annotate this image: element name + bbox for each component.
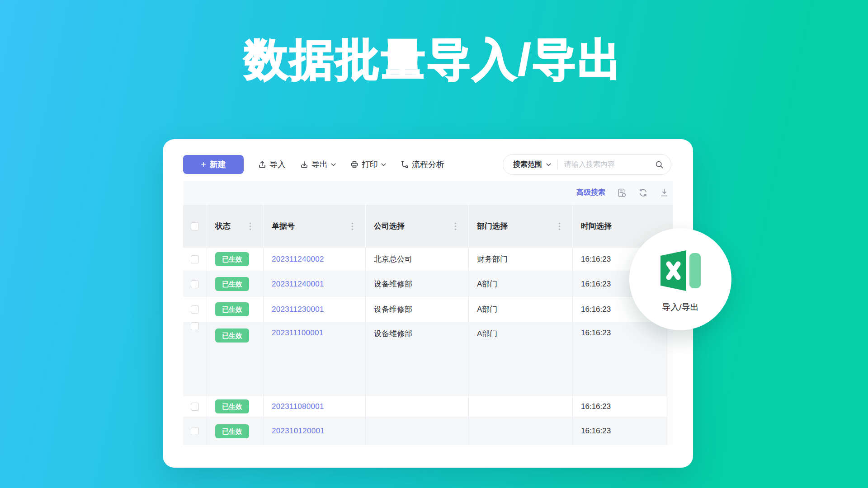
excel-badge-label: 导入/导出: [662, 301, 698, 313]
form-view-icon[interactable]: [617, 188, 627, 197]
row-checkbox[interactable]: [191, 427, 199, 435]
company-cell: [365, 396, 468, 417]
excel-icon: [658, 249, 703, 292]
search-scope-label: 搜索范围: [513, 160, 542, 169]
column-menu-icon[interactable]: [351, 222, 354, 230]
table-row: 已生效202311240002北京总公司财务部门16:16:23: [183, 248, 673, 271]
flow-path-icon: [401, 160, 409, 169]
import-button[interactable]: 导入: [258, 159, 286, 170]
printer-icon: [350, 160, 359, 169]
column-header-2: 公司选择: [365, 205, 468, 248]
department-cell: [468, 396, 572, 417]
status-badge: 已生效: [215, 424, 249, 438]
table-body: 已生效202311240002北京总公司财务部门16:16:23已生效20231…: [183, 248, 673, 445]
print-label: 打印: [362, 159, 378, 170]
row-select-cell: [183, 417, 207, 445]
new-button[interactable]: + 新建: [183, 155, 244, 174]
row-checkbox[interactable]: [191, 305, 199, 314]
column-label: 状态: [215, 221, 231, 231]
status-cell: 已生效: [207, 248, 263, 271]
department-cell: A部门: [468, 322, 572, 396]
column-menu-icon[interactable]: [249, 222, 251, 230]
advanced-search-link[interactable]: 高级搜索: [576, 188, 605, 197]
company-cell: 设备维修部: [365, 322, 468, 396]
department-cell: 财务部门: [468, 248, 572, 271]
status-badge: 已生效: [215, 399, 249, 413]
column-label: 时间选择: [581, 221, 612, 231]
flow-analysis-button[interactable]: 流程分析: [401, 159, 444, 170]
department-cell: A部门: [468, 271, 572, 297]
upload-icon: [258, 160, 266, 169]
row-checkbox[interactable]: [191, 403, 199, 411]
row-select-cell: [183, 322, 207, 396]
export-label: 导出: [311, 159, 328, 170]
doc-number-link[interactable]: 202311100001: [272, 328, 324, 338]
column-header-0: 状态: [207, 205, 263, 248]
print-button[interactable]: 打印: [350, 159, 386, 170]
status-badge: 已生效: [215, 277, 249, 291]
status-cell: 已生效: [207, 417, 263, 445]
doc-number-cell: 202311240002: [263, 248, 365, 271]
flow-analysis-label: 流程分析: [412, 159, 444, 170]
department-cell: A部门: [468, 297, 572, 322]
export-button[interactable]: 导出: [300, 159, 336, 170]
doc-number-link[interactable]: 202311240001: [272, 280, 324, 289]
row-checkbox[interactable]: [191, 280, 199, 288]
search-input[interactable]: [564, 160, 655, 169]
table-row: 已生效202311230001设备维修部A部门16:16:23: [183, 297, 673, 322]
time-cell: 16:16:23: [572, 322, 673, 396]
status-badge: 已生效: [215, 328, 249, 343]
chevron-down-icon: [381, 163, 386, 166]
doc-number-cell: 202311240001: [263, 271, 365, 297]
import-label: 导入: [269, 159, 286, 170]
company-cell: 设备维修部: [365, 271, 468, 297]
download-icon[interactable]: [660, 188, 669, 197]
column-header-3: 部门选择: [468, 205, 572, 248]
row-checkbox[interactable]: [191, 322, 199, 330]
row-checkbox[interactable]: [191, 255, 199, 263]
row-select-cell: [183, 271, 207, 297]
column-menu-icon[interactable]: [454, 222, 457, 230]
new-button-label: 新建: [210, 159, 226, 170]
table-row: 已生效20231108000116:16:23: [183, 396, 673, 417]
column-menu-icon[interactable]: [558, 222, 561, 230]
row-select-cell: [183, 396, 207, 417]
table-row: 已生效202311100001设备维修部A部门16:16:23: [183, 322, 673, 396]
page-title: 数据批量导入/导出: [0, 31, 868, 90]
doc-number-link[interactable]: 202311080001: [272, 402, 324, 411]
search-bar: 搜索范围: [503, 154, 671, 175]
app-card: + 新建 导入 导出 打印: [163, 139, 693, 468]
time-cell: 16:16:23: [572, 417, 673, 445]
row-select-cell: [183, 297, 207, 322]
advanced-search-bar: 高级搜索: [183, 181, 673, 205]
time-cell: 16:16:23: [572, 396, 673, 417]
table-header: 状态单据号公司选择部门选择时间选择: [183, 205, 673, 248]
doc-number-link[interactable]: 202311230001: [272, 305, 324, 314]
doc-number-cell: 202311100001: [263, 322, 365, 396]
refresh-icon[interactable]: [638, 188, 648, 197]
doc-number-link[interactable]: 202311240002: [272, 255, 324, 264]
search-scope-dropdown[interactable]: 搜索范围: [513, 160, 551, 169]
search-icon[interactable]: [655, 160, 664, 169]
company-cell: 设备维修部: [365, 297, 468, 322]
table-row: 已生效202311240001设备维修部A部门16:16:23: [183, 271, 673, 297]
status-cell: 已生效: [207, 297, 263, 322]
column-label: 公司选择: [374, 221, 405, 231]
doc-number-cell: 202310120001: [263, 417, 365, 445]
chevron-down-icon: [546, 163, 551, 166]
excel-badge: 导入/导出: [629, 228, 731, 330]
doc-number-cell: 202311230001: [263, 297, 365, 322]
toolbar: + 新建 导入 导出 打印: [183, 155, 671, 174]
data-table: 状态单据号公司选择部门选择时间选择 已生效202311240002北京总公司财务…: [183, 205, 673, 445]
chevron-down-icon: [331, 163, 336, 166]
select-all-checkbox[interactable]: [191, 222, 199, 230]
status-badge: 已生效: [215, 302, 249, 316]
column-label: 单据号: [272, 221, 295, 231]
plus-icon: +: [201, 160, 206, 169]
department-cell: [468, 417, 572, 445]
doc-number-link[interactable]: 202310120001: [272, 427, 325, 436]
download-icon: [300, 160, 308, 169]
search-divider: [557, 160, 558, 169]
company-cell: 北京总公司: [365, 248, 468, 271]
select-all-cell: [183, 205, 207, 248]
